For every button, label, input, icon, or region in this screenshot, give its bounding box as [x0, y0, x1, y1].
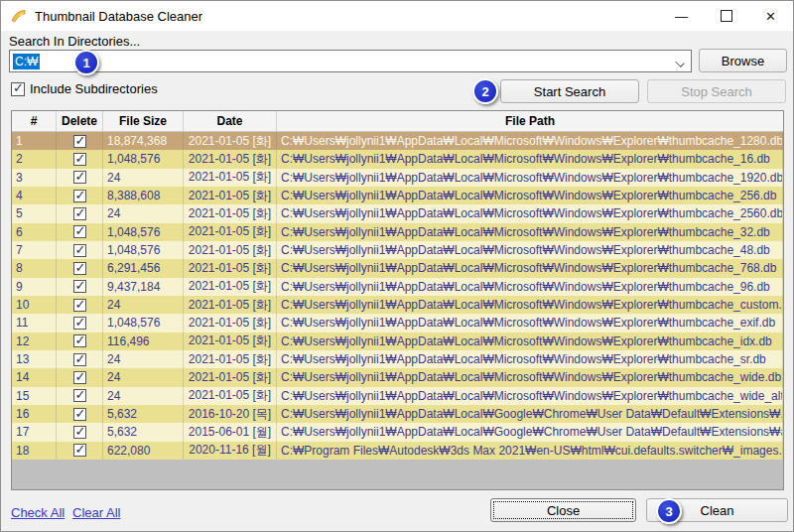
search-directories-label: Search In Directories...	[9, 34, 140, 49]
row-number: 13	[12, 350, 57, 368]
row-number: 17	[12, 423, 57, 441]
delete-checkbox[interactable]	[73, 389, 86, 402]
row-file-path: C:₩Users₩jollynii1₩AppData₩Local₩Google₩…	[277, 405, 783, 423]
row-date: 2021-01-05 [화]	[184, 368, 277, 386]
row-date: 2021-01-05 [화]	[184, 241, 277, 259]
table-row[interactable]: 4 8,388,608 2021-01-05 [화] C:₩Users₩joll…	[12, 187, 783, 204]
row-file-path: C:₩Users₩jollynii1₩AppData₩Local₩Microso…	[277, 314, 783, 332]
chevron-down-icon[interactable]	[676, 58, 685, 66]
table-row[interactable]: 2 1,048,576 2021-01-05 [화] C:₩Users₩joll…	[12, 150, 783, 168]
delete-checkbox[interactable]	[73, 190, 86, 202]
check-all-link[interactable]: Check All	[11, 505, 65, 520]
row-file-size: 6,291,456	[103, 259, 184, 277]
row-number: 6	[12, 223, 57, 241]
table-row[interactable]: 11 1,048,576 2021-01-05 [화] C:₩Users₩jol…	[12, 314, 783, 332]
delete-checkbox[interactable]	[73, 244, 86, 257]
table-row[interactable]: 18 622,080 2020-11-16 [월] C:₩Program Fil…	[12, 442, 783, 460]
clear-all-link[interactable]: Clear All	[72, 505, 120, 520]
row-date: 2021-01-05 [화]	[184, 204, 277, 222]
delete-checkbox[interactable]	[73, 426, 86, 439]
row-file-size: 24	[103, 350, 184, 368]
row-date: 2021-01-05 [화]	[184, 296, 277, 314]
column-header-filesize[interactable]: File Size	[103, 111, 184, 131]
titlebar: Thumbnail Database Cleaner — ✕	[1, 1, 793, 31]
delete-checkbox[interactable]	[73, 153, 86, 166]
table-row[interactable]: 7 1,048,576 2021-01-05 [화] C:₩Users₩joll…	[12, 241, 783, 259]
row-file-path: C:₩Users₩jollynii1₩AppData₩Local₩Microso…	[277, 187, 783, 204]
row-file-size: 24	[103, 387, 184, 405]
table-row[interactable]: 12 116,496 2021-01-05 [화] C:₩Users₩jolly…	[12, 332, 783, 350]
row-number: 10	[12, 296, 57, 314]
row-file-path: C:₩Users₩jollynii1₩AppData₩Local₩Microso…	[277, 132, 783, 150]
row-number: 11	[12, 314, 57, 332]
row-file-size: 9,437,184	[103, 278, 184, 296]
column-header-num[interactable]: #	[12, 111, 57, 131]
row-date: 2021-01-05 [화]	[184, 150, 277, 168]
delete-checkbox[interactable]	[73, 135, 86, 148]
row-date: 2021-01-05 [화]	[184, 187, 277, 204]
stop-search-button: Stop Search	[647, 79, 786, 103]
browse-button[interactable]: Browse	[699, 49, 787, 72]
table-row[interactable]: 17 5,632 2015-06-01 [월] C:₩Users₩jollyni…	[12, 423, 783, 441]
row-file-path: C:₩Users₩jollynii1₩AppData₩Local₩Microso…	[277, 241, 783, 259]
column-header-filepath[interactable]: File Path	[277, 111, 783, 131]
row-date: 2021-01-05 [화]	[184, 278, 277, 296]
delete-checkbox[interactable]	[73, 408, 86, 421]
row-number: 18	[12, 442, 57, 460]
row-number: 9	[12, 278, 57, 296]
maximize-button[interactable]	[704, 1, 748, 31]
delete-checkbox[interactable]	[73, 317, 86, 330]
app-icon	[10, 8, 27, 25]
table-row[interactable]: 3 24 2021-01-05 [화] C:₩Users₩jollynii1₩A…	[12, 169, 783, 187]
row-number: 15	[12, 387, 57, 405]
delete-checkbox[interactable]	[73, 371, 86, 384]
include-subdirectories-checkbox[interactable]	[11, 82, 25, 96]
close-window-button[interactable]: ✕	[748, 1, 793, 31]
delete-checkbox[interactable]	[73, 225, 86, 238]
row-date: 2021-01-05 [화]	[184, 169, 277, 187]
table-row[interactable]: 5 24 2021-01-05 [화] C:₩Users₩jollynii1₩A…	[12, 204, 783, 222]
row-file-path: C:₩Users₩jollynii1₩AppData₩Local₩Microso…	[277, 387, 783, 405]
delete-checkbox[interactable]	[73, 171, 86, 184]
row-number: 5	[12, 204, 57, 222]
table-row[interactable]: 14 24 2021-01-05 [화] C:₩Users₩jollynii1₩…	[12, 368, 783, 386]
row-file-size: 1,048,576	[103, 314, 184, 332]
row-file-path: C:₩Users₩jollynii1₩AppData₩Local₩Microso…	[277, 169, 783, 187]
row-date: 2021-01-05 [화]	[184, 132, 277, 150]
table-row[interactable]: 9 9,437,184 2021-01-05 [화] C:₩Users₩joll…	[12, 278, 783, 296]
table-row[interactable]: 10 24 2021-01-05 [화] C:₩Users₩jollynii1₩…	[12, 296, 783, 314]
table-row[interactable]: 1 18,874,368 2021-01-05 [화] C:₩Users₩jol…	[12, 132, 783, 150]
column-header-date[interactable]: Date	[184, 111, 277, 131]
table-row[interactable]: 13 24 2021-01-05 [화] C:₩Users₩jollynii1₩…	[12, 350, 783, 368]
row-number: 8	[12, 259, 57, 277]
step-badge-1: 1	[73, 50, 99, 75]
delete-checkbox[interactable]	[73, 353, 86, 366]
row-file-size: 24	[103, 204, 184, 222]
row-file-size: 1,048,576	[103, 241, 184, 259]
row-date: 2021-01-05 [화]	[184, 314, 277, 332]
row-file-size: 5,632	[103, 405, 184, 423]
table-body: 1 18,874,368 2021-01-05 [화] C:₩Users₩jol…	[12, 132, 783, 460]
delete-checkbox[interactable]	[73, 262, 86, 275]
table-row[interactable]: 16 5,632 2016-10-20 [목] C:₩Users₩jollyni…	[12, 405, 783, 423]
column-header-delete[interactable]: Delete	[57, 111, 103, 131]
delete-checkbox[interactable]	[73, 207, 86, 220]
row-file-path: C:₩Users₩jollynii1₩AppData₩Local₩Microso…	[277, 368, 783, 386]
minimize-button[interactable]: —	[659, 1, 704, 31]
directory-combobox[interactable]: C:₩	[9, 50, 692, 72]
row-date: 2021-01-05 [화]	[184, 223, 277, 241]
table-row[interactable]: 6 1,048,576 2021-01-05 [화] C:₩Users₩joll…	[12, 223, 783, 241]
delete-checkbox[interactable]	[73, 334, 86, 347]
row-file-path: C:₩Users₩jollynii1₩AppData₩Local₩Microso…	[277, 223, 783, 241]
table-header: # Delete File Size Date File Path	[12, 111, 783, 132]
delete-checkbox[interactable]	[73, 444, 86, 457]
table-row[interactable]: 8 6,291,456 2021-01-05 [화] C:₩Users₩joll…	[12, 259, 783, 277]
start-search-button[interactable]: Start Search	[500, 79, 639, 103]
app-window: Thumbnail Database Cleaner — ✕ Search In…	[0, 0, 794, 532]
row-number: 1	[12, 132, 57, 150]
row-date: 2015-06-01 [월]	[184, 423, 277, 441]
table-row[interactable]: 15 24 2021-01-05 [화] C:₩Users₩jollynii1₩…	[12, 387, 783, 405]
close-button[interactable]: Close	[490, 498, 636, 522]
delete-checkbox[interactable]	[73, 299, 86, 312]
delete-checkbox[interactable]	[73, 280, 86, 293]
